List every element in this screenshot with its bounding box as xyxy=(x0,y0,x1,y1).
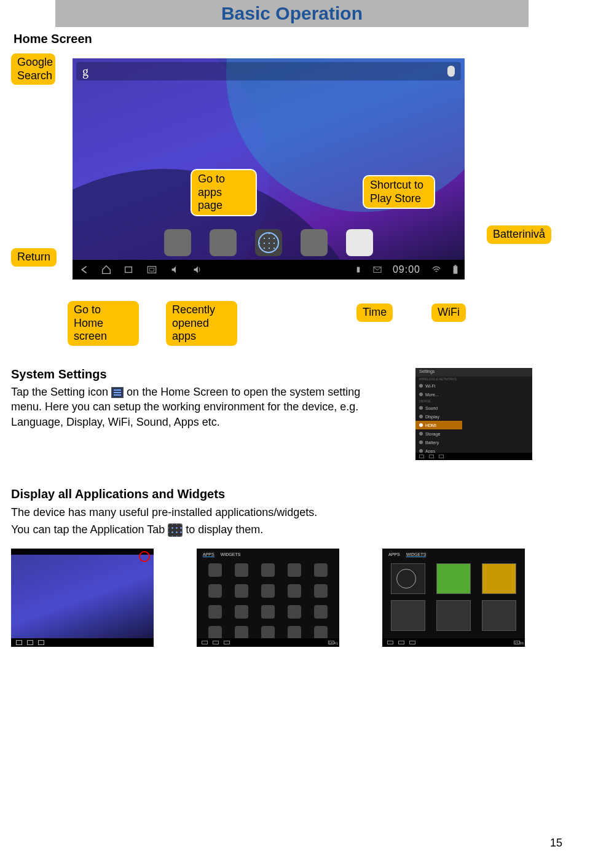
tab-apps-3: APPS xyxy=(388,552,400,557)
battery-icon xyxy=(452,264,458,275)
callout-go-to-home: Go to Home screen xyxy=(66,300,140,347)
microphone-icon[interactable] xyxy=(447,66,455,77)
svg-rect-5 xyxy=(454,266,458,274)
settings-row-wifi: Wi-Fi xyxy=(415,381,462,390)
settings-text-before: Tap the Setting icon xyxy=(11,386,111,398)
thumbnail-apps-grid: APPS WIDGETS 18:41 xyxy=(197,549,339,647)
application-tab-icon xyxy=(168,523,183,537)
tab-widgets: WIDGETS xyxy=(221,552,241,557)
settings-row-battery: Battery xyxy=(415,438,462,447)
system-navbar: 09:00 xyxy=(73,260,465,280)
display-apps-line2: You can tap the Application Tab to displ… xyxy=(11,522,540,537)
google-search-bar[interactable]: g xyxy=(76,62,461,80)
settings-row-more: More... xyxy=(415,390,462,399)
page-title-bar: Basic Operation xyxy=(55,0,529,27)
thumb3-time: 15:36 xyxy=(514,641,520,644)
mail-icon xyxy=(373,264,382,275)
display-apps-line2-before: You can tap the Application Tab xyxy=(11,523,168,536)
volume-up-icon[interactable] xyxy=(192,264,203,275)
svg-rect-6 xyxy=(454,265,456,267)
thumb2-time: 18:41 xyxy=(328,641,334,644)
page-title: Basic Operation xyxy=(221,3,363,23)
display-apps-heading: Display all Applications and Widgets xyxy=(11,487,225,501)
settings-cat-wireless: WIRELESS & NETWORKS xyxy=(415,377,462,381)
dock-icon-4[interactable] xyxy=(301,229,328,256)
clock-readout: 09:00 xyxy=(393,264,420,275)
recent-apps-icon[interactable] xyxy=(123,264,134,275)
back-icon[interactable] xyxy=(79,264,90,275)
settings-screenshot: Settings WIRELESS & NETWORKS Wi-Fi More.… xyxy=(415,368,532,460)
page-number: 15 xyxy=(550,837,562,850)
screenshot-icon[interactable] xyxy=(145,264,159,275)
red-circle-highlight xyxy=(139,551,150,562)
callout-return: Return xyxy=(10,247,58,268)
homescreen-screenshot: g 09:00 xyxy=(73,58,465,280)
settings-row-display: Display xyxy=(415,412,462,421)
svg-rect-0 xyxy=(125,267,132,273)
home-icon[interactable] xyxy=(101,264,112,275)
svg-rect-3 xyxy=(357,267,360,273)
callout-shortcut-play-store: Shortcut to Play Store xyxy=(363,175,435,209)
usb-icon xyxy=(355,264,362,275)
settings-row-hdmi: HDMI xyxy=(415,421,462,429)
tab-apps: APPS xyxy=(203,552,214,557)
display-apps-line1: The device has many useful pre-installed… xyxy=(11,505,540,520)
settings-row-sound: Sound xyxy=(415,404,462,412)
callout-go-to-apps: Go to apps page xyxy=(191,169,257,216)
home-screen-heading: Home Screen xyxy=(14,32,92,46)
tab-widgets-3: WIDGETS xyxy=(406,552,427,557)
volume-down-icon[interactable] xyxy=(170,264,181,275)
svg-rect-1 xyxy=(148,267,156,273)
app-dock xyxy=(73,225,465,260)
dock-icon-1[interactable] xyxy=(164,229,191,256)
system-settings-text: Tap the Setting icon on the Home Screen … xyxy=(11,385,392,429)
callout-wifi: WiFi xyxy=(430,302,467,323)
display-apps-line2-after: to display them. xyxy=(183,523,263,536)
settings-shot-title: Settings xyxy=(415,368,532,377)
callout-batterinivaa: Batterinivå xyxy=(486,224,553,245)
thumbnail-widgets-grid: APPS WIDGETS 15:36 xyxy=(382,549,525,647)
callout-google-search: Google Search xyxy=(10,52,57,86)
callout-time: Time xyxy=(355,302,394,323)
wifi-icon xyxy=(431,264,441,275)
google-icon: g xyxy=(82,65,88,79)
dock-icon-2[interactable] xyxy=(210,229,237,256)
settings-icon xyxy=(111,387,124,398)
settings-row-storage: Storage xyxy=(415,429,462,438)
callout-recently-opened: Recently opened apps xyxy=(165,300,238,347)
svg-rect-2 xyxy=(149,268,154,272)
settings-cat-device: DEVICE xyxy=(415,399,462,404)
thumbnail-home-with-circle xyxy=(11,549,154,647)
play-store-shortcut[interactable] xyxy=(346,229,373,256)
system-settings-heading: System Settings xyxy=(11,367,107,381)
apps-button[interactable] xyxy=(255,229,282,256)
